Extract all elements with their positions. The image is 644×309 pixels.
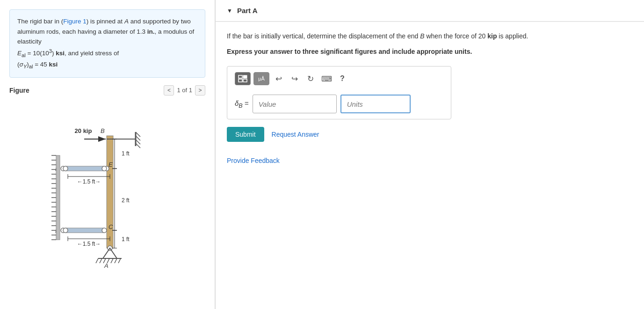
svg-rect-66 bbox=[239, 79, 242, 82]
question-text: If the bar is initially vertical, determ… bbox=[227, 31, 633, 41]
part-header: ▼ Part A bbox=[216, 0, 644, 22]
value-input[interactable] bbox=[253, 95, 337, 113]
svg-line-38 bbox=[100, 258, 102, 263]
undo-icon: ↩ bbox=[275, 74, 282, 84]
action-row: Submit Request Answer bbox=[227, 127, 633, 142]
part-content: If the bar is initially vertical, determ… bbox=[216, 22, 644, 309]
grid-icon bbox=[238, 75, 247, 82]
svg-rect-44 bbox=[56, 155, 60, 240]
figure-navigation: < 1 of 1 > bbox=[164, 85, 205, 96]
svg-line-43 bbox=[118, 258, 121, 263]
part-chevron: ▼ bbox=[227, 7, 232, 14]
submit-button[interactable]: Submit bbox=[227, 127, 264, 142]
figure-header: Figure < 1 of 1 > bbox=[9, 85, 205, 96]
delta-label: δB = bbox=[235, 99, 249, 109]
answer-toolbar: μÅ ↩ ↪ ↻ ⌨ ? bbox=[235, 72, 443, 89]
redo-button[interactable]: ↪ bbox=[288, 72, 301, 85]
svg-rect-22 bbox=[65, 228, 104, 233]
dim-1-5-ft-upper: ←1.5 ft→ bbox=[77, 178, 101, 185]
instruction-text: Express your answer to three significant… bbox=[227, 47, 633, 57]
mu-label: μÅ bbox=[258, 76, 265, 81]
answer-box: μÅ ↩ ↪ ↻ ⌨ ? bbox=[227, 66, 451, 119]
figure-prev-button[interactable]: < bbox=[164, 85, 174, 96]
force-label: 20 kip bbox=[74, 127, 92, 134]
part-title: Part A bbox=[237, 7, 258, 15]
right-panel: ▼ Part A If the bar is initially vertica… bbox=[216, 0, 644, 309]
refresh-button[interactable]: ↻ bbox=[304, 72, 317, 85]
help-icon: ? bbox=[340, 74, 345, 83]
left-panel: The rigid bar in (Figure 1) is pinned at… bbox=[0, 0, 215, 309]
request-answer-link[interactable]: Request Answer bbox=[272, 131, 319, 138]
svg-line-42 bbox=[115, 258, 117, 263]
point-e-label: E bbox=[109, 161, 113, 168]
refresh-icon: ↻ bbox=[307, 74, 314, 84]
input-row: δB = bbox=[235, 95, 443, 113]
figure-diagram: 20 kip B F E bbox=[9, 99, 205, 277]
redo-icon: ↪ bbox=[291, 74, 298, 84]
svg-rect-65 bbox=[243, 75, 247, 78]
mu-button[interactable]: μÅ bbox=[253, 72, 269, 85]
dim-1-ft-upper: 1 ft bbox=[122, 150, 130, 157]
figure-section: Figure < 1 of 1 > bbox=[9, 85, 205, 277]
problem-statement: The rigid bar in (Figure 1) is pinned at… bbox=[9, 9, 205, 78]
svg-line-41 bbox=[111, 258, 113, 263]
dim-1-ft-lower: 1 ft bbox=[122, 236, 130, 243]
units-input[interactable] bbox=[340, 95, 411, 113]
keyboard-icon: ⌨ bbox=[321, 74, 332, 83]
dim-1-5-ft-lower: ←1.5 ft→ bbox=[77, 241, 101, 247]
help-button[interactable]: ? bbox=[336, 72, 349, 85]
undo-button[interactable]: ↩ bbox=[272, 72, 285, 85]
svg-point-23 bbox=[63, 228, 68, 233]
svg-rect-12 bbox=[65, 166, 104, 171]
grid-button[interactable] bbox=[235, 72, 251, 85]
svg-point-13 bbox=[63, 166, 68, 171]
svg-rect-64 bbox=[239, 75, 242, 78]
figure-label: Figure bbox=[9, 87, 29, 94]
figure-next-button[interactable]: > bbox=[195, 85, 205, 96]
provide-feedback-link[interactable]: Provide Feedback bbox=[227, 157, 280, 164]
dim-2-ft: 2 ft bbox=[122, 197, 130, 204]
page-indicator: 1 of 1 bbox=[177, 87, 192, 94]
svg-rect-67 bbox=[243, 79, 247, 82]
svg-point-14 bbox=[102, 166, 107, 171]
point-b-label: B bbox=[101, 127, 105, 134]
diagram-svg: 20 kip B F E bbox=[28, 104, 187, 272]
keyboard-button[interactable]: ⌨ bbox=[320, 72, 333, 85]
svg-point-24 bbox=[102, 228, 107, 233]
point-c-label: C bbox=[109, 223, 113, 230]
point-a-label: A bbox=[104, 262, 109, 269]
figure-link[interactable]: Figure 1 bbox=[63, 18, 87, 25]
svg-rect-0 bbox=[107, 136, 113, 248]
svg-line-37 bbox=[96, 258, 98, 263]
problem-text-content: The rigid bar in (Figure 1) is pinned at… bbox=[17, 18, 194, 68]
